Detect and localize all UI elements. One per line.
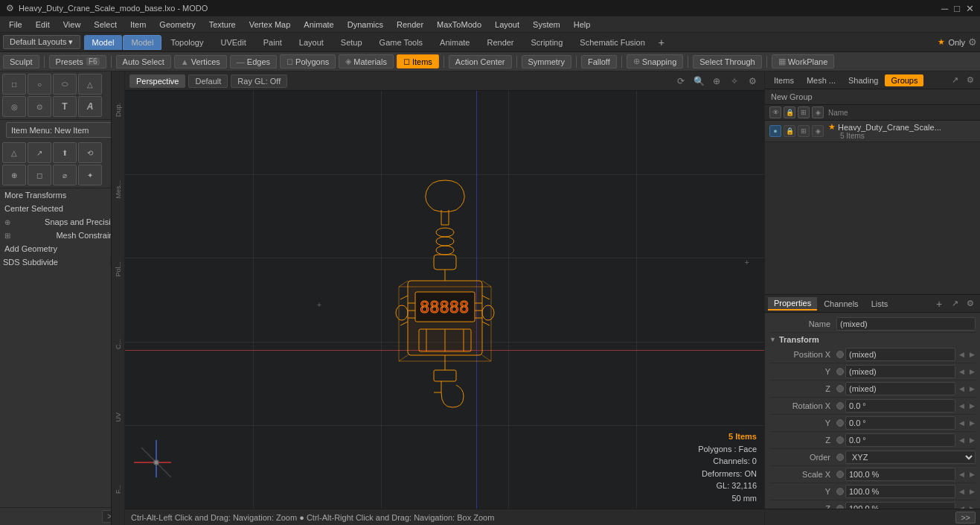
rp-tab-groups[interactable]: Groups (885, 74, 923, 86)
mode-polygons[interactable]: ◻Polygons (280, 54, 336, 69)
tool-cylinder[interactable]: ⬭ (53, 74, 77, 95)
falloff-btn[interactable]: Falloff (581, 55, 617, 69)
prop-rotation-x-arrow[interactable]: ◀ (957, 401, 966, 410)
tool-transform8[interactable]: ✦ (78, 165, 102, 185)
prop-position-y-arrow2[interactable]: ▶ (967, 367, 976, 376)
tab-paint[interactable]: Paint (255, 35, 290, 50)
tab-animate[interactable]: Animate (432, 35, 478, 50)
rp-tab-items[interactable]: Items (768, 74, 800, 86)
tool-cone[interactable]: △ (78, 74, 102, 95)
rp-tab-shading[interactable]: Shading (842, 74, 884, 86)
window-controls[interactable]: ─ □ ✕ (941, 3, 974, 14)
rp-item-sel-icon[interactable]: ◈ (812, 125, 824, 137)
tab-scripting[interactable]: Scripting (523, 35, 571, 50)
tab-uvedit[interactable]: UVEdit (212, 35, 254, 50)
item-menu-dropdown[interactable]: Item Menu: New Item ▾ (6, 122, 124, 138)
prop-scale-x-input[interactable] (845, 468, 955, 481)
menu-item[interactable]: Item (124, 19, 152, 31)
menu-geometry[interactable]: Geometry (153, 19, 201, 31)
rp-header-eye-icon[interactable]: 👁 (769, 106, 781, 118)
props-tab-lists[interactable]: Lists (865, 298, 894, 310)
menu-maxtomodo[interactable]: MaxToModo (431, 19, 487, 31)
vp-default-btn[interactable]: Default (188, 74, 228, 88)
props-tab-properties[interactable]: Properties (768, 297, 817, 311)
vp-gear-icon[interactable]: ⚙ (745, 74, 760, 89)
menu-view[interactable]: View (57, 19, 87, 31)
tab-add-button[interactable]: + (654, 35, 669, 50)
props-expand-icon[interactable]: ↗ (948, 297, 961, 311)
workplane-btn[interactable]: ▦WorkPlane (772, 54, 835, 69)
tool-text2[interactable]: A (78, 96, 102, 117)
prop-rotation-x-input[interactable] (845, 399, 955, 413)
mode-autoselect[interactable]: Auto Select (116, 55, 171, 69)
vp-fit-icon[interactable]: ⊕ (709, 74, 724, 89)
prop-position-y-input[interactable] (845, 365, 955, 378)
prop-scale-y-arrow2[interactable]: ▶ (967, 487, 976, 496)
menu-animate[interactable]: Animate (298, 19, 339, 31)
settings-icon[interactable]: ⚙ (968, 36, 977, 48)
mode-materials[interactable]: ◈Materials (339, 54, 394, 69)
props-footer-expand[interactable]: >> (955, 512, 976, 524)
sculpt-button[interactable]: Sculpt (3, 55, 39, 69)
prop-rotation-z-input[interactable] (845, 433, 955, 447)
tab-render[interactable]: Render (478, 35, 522, 50)
tool-transform4[interactable]: ⟲ (78, 142, 102, 163)
rp-item-row[interactable]: ● 🔒 ⊞ ◈ ★ Heavy_Duty_Crane_Scale... 5 It… (765, 121, 980, 142)
prop-position-x-input[interactable] (845, 348, 955, 361)
vp-rotate-icon[interactable]: ⟳ (673, 74, 688, 89)
prop-scale-x-dot[interactable] (836, 471, 844, 478)
rp-expand-icon[interactable]: ↗ (948, 74, 961, 87)
vp-settings-icon[interactable]: ✧ (727, 74, 742, 89)
prop-name-input[interactable] (836, 317, 976, 331)
props-tab-channels[interactable]: Channels (818, 298, 864, 310)
rp-header-grid-icon[interactable]: ⊞ (798, 106, 810, 118)
tool-transform6[interactable]: ◻ (28, 165, 51, 185)
tab-layout[interactable]: Layout (291, 35, 332, 50)
menu-file[interactable]: File (3, 19, 28, 31)
layout-dropdown[interactable]: Default Layouts ▾ (3, 35, 80, 49)
menu-help[interactable]: Help (568, 19, 597, 31)
menu-vertexmap[interactable]: Vertex Map (243, 19, 297, 31)
mode-vertices[interactable]: ▲Vertices (174, 55, 227, 69)
new-group-button[interactable]: New Group (765, 89, 980, 105)
props-gear-icon[interactable]: ⚙ (964, 297, 977, 311)
prop-scale-y-dot[interactable] (836, 488, 844, 495)
rp-settings-icon2[interactable]: ⚙ (964, 74, 977, 87)
prop-position-x-arrow[interactable]: ◀ (957, 350, 966, 359)
prop-position-z-input[interactable] (845, 382, 955, 395)
tab-topology[interactable]: Model (123, 35, 161, 50)
vp-raygl-btn[interactable]: Ray GL: Off (231, 74, 287, 88)
menu-select[interactable]: Select (88, 19, 123, 31)
prop-rotation-y-dot[interactable] (836, 419, 844, 427)
tool-transform5[interactable]: ⊕ (2, 165, 26, 185)
menu-render[interactable]: Render (391, 19, 429, 31)
section-snaps[interactable]: ⊕ Snaps and Precision (0, 215, 124, 229)
section-mesh-constraints[interactable]: ⊞ Mesh Constraints (0, 229, 124, 242)
prop-rotation-z-arrow[interactable]: ◀ (957, 436, 966, 445)
maximize-button[interactable]: □ (954, 3, 960, 14)
prop-position-x-arrow2[interactable]: ▶ (967, 350, 976, 359)
mode-items[interactable]: ◻Items (397, 54, 439, 69)
prop-rotation-x-arrow2[interactable]: ▶ (967, 401, 976, 410)
prop-order-select[interactable]: XYZ XZY YXZ YZX ZXY ZYX (845, 451, 976, 464)
prop-rotation-z-dot[interactable] (836, 436, 844, 444)
prop-scale-x-arrow2[interactable]: ▶ (967, 470, 976, 479)
snapping-btn[interactable]: ⊕Snapping (627, 54, 684, 69)
menu-dynamics[interactable]: Dynamics (342, 19, 389, 31)
tab-uvw[interactable]: Topology (162, 35, 211, 50)
prop-position-y-dot[interactable] (836, 368, 844, 375)
tool-transform7[interactable]: ⌀ (53, 165, 77, 185)
prop-scale-y-input[interactable] (845, 485, 955, 498)
prop-rotation-y-input[interactable] (845, 416, 955, 430)
tab-schematic[interactable]: Schematic Fusion (571, 35, 653, 50)
section-add-geometry[interactable]: Add Geometry ▾ (0, 242, 124, 255)
rp-header-lock-icon[interactable]: 🔒 (784, 106, 795, 118)
mode-edges[interactable]: —Edges (230, 55, 277, 69)
selectthrough-btn[interactable]: Select Through (693, 55, 761, 69)
menu-system[interactable]: System (527, 19, 566, 31)
prop-rotation-y-arrow2[interactable]: ▶ (967, 419, 976, 427)
prop-position-z-arrow[interactable]: ◀ (957, 384, 966, 393)
tool-sphere[interactable]: ○ (28, 74, 51, 95)
section-center-selected[interactable]: Center Selected ▾ (0, 202, 124, 215)
menu-texture[interactable]: Texture (203, 19, 242, 31)
